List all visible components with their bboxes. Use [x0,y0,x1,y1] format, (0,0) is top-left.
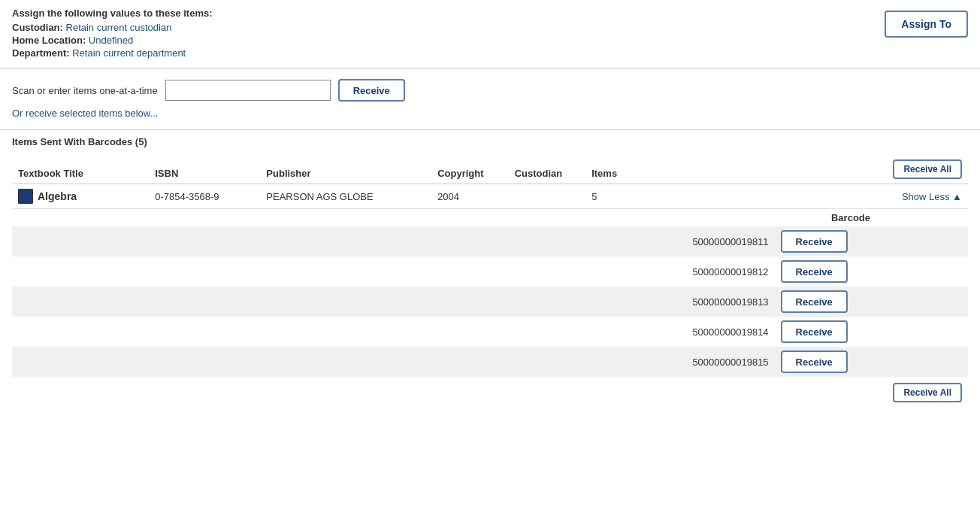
scan-receive-button[interactable]: Receive [338,79,405,102]
receive-button-3[interactable]: Receive [781,290,848,313]
book-copyright: 2004 [431,184,509,209]
col-items: Items [585,155,774,184]
barcode-spacer-1 [12,226,585,256]
scan-input[interactable] [165,80,331,101]
or-receive-text: Or receive selected items below... [12,108,968,119]
barcode-value-5: 50000000019815 [585,347,774,377]
col-isbn: ISBN [149,155,260,184]
col-publisher: Publisher [260,155,431,184]
custodian-row: Custodian: Retain current custodian [12,22,870,33]
items-title: Items Sent With Barcodes (5) [12,136,968,147]
home-location-row: Home Location: Undefined [12,35,870,46]
receive-button-4[interactable]: Receive [781,320,848,343]
book-publisher: PEARSON AGS GLOBE [260,184,431,209]
barcode-value-3: 50000000019813 [585,287,774,317]
col-receive-all-header: Receive All [775,155,968,184]
custodian-label: Custodian: [12,22,63,33]
show-less-link[interactable]: Show Less ▲ [902,191,962,202]
barcode-spacer-2 [12,256,585,287]
barcode-row-3: 50000000019813 Receive [12,287,968,317]
col-textbook-title: Textbook Title [12,155,149,184]
receive-button-1[interactable]: Receive [781,230,848,253]
receive-all-button-bottom[interactable]: Receive All [893,383,962,402]
show-less-cell: Show Less ▲ [775,184,968,209]
bottom-receive-all-row: Receive All [12,377,968,402]
barcode-row-2: 50000000019812 Receive [12,256,968,287]
barcode-header-label: Barcode [585,209,968,227]
department-label: Department: [12,47,70,59]
barcode-btn-cell-1: Receive [775,226,968,256]
barcode-btn-cell-4: Receive [775,317,968,347]
department-row: Department: Retain current department [12,47,870,59]
items-table: Textbook Title ISBN Publisher Copyright … [12,155,968,402]
barcode-value-4: 50000000019814 [585,317,774,347]
bottom-receive-all-cell: Receive All [12,377,968,402]
barcode-header-row: Barcode [12,209,968,227]
home-location-value: Undefined [89,35,133,46]
barcode-spacer-4 [12,317,585,347]
book-isbn: 0-7854-3568-9 [149,184,260,209]
top-section: Assign the following values to these ite… [0,0,980,68]
scan-label: Scan or enter items one-at-a-time [12,85,158,96]
assign-to-button[interactable]: Assign To [885,11,968,38]
scan-section: Scan or enter items one-at-a-time Receiv… [0,68,980,130]
barcode-btn-cell-5: Receive [775,347,968,377]
receive-button-2[interactable]: Receive [781,260,848,283]
book-custodian [509,184,586,209]
table-header-row: Textbook Title ISBN Publisher Copyright … [12,155,968,184]
book-items: 5 [585,184,774,209]
scan-row: Scan or enter items one-at-a-time Receiv… [12,79,968,102]
barcode-btn-cell-3: Receive [775,287,968,317]
barcode-value-2: 50000000019812 [585,256,774,287]
barcode-spacer-5 [12,347,585,377]
table-row: Algebra 0-7854-3568-9 PEARSON AGS GLOBE … [12,184,968,209]
receive-all-button-top[interactable]: Receive All [893,159,962,179]
col-copyright: Copyright [431,155,509,184]
barcode-spacer-3 [12,287,585,317]
col-custodian: Custodian [509,155,586,184]
book-title: Algebra [38,190,77,202]
barcode-row-5: 50000000019815 Receive [12,347,968,377]
book-icon [18,189,33,204]
barcode-row-4: 50000000019814 Receive [12,317,968,347]
book-title-cell: Algebra [12,184,149,209]
department-value: Retain current department [72,47,186,59]
assign-info: Assign the following values to these ite… [12,8,870,60]
assign-header: Assign the following values to these ite… [12,8,870,19]
barcode-btn-cell-2: Receive [775,256,968,287]
barcode-value-1: 50000000019811 [585,226,774,256]
receive-button-5[interactable]: Receive [781,350,848,373]
barcode-header-spacer [12,209,585,227]
home-location-label: Home Location: [12,35,86,46]
custodian-value: Retain current custodian [66,22,172,33]
barcode-row-1: 50000000019811 Receive [12,226,968,256]
items-section: Items Sent With Barcodes (5) Textbook Ti… [0,130,980,414]
